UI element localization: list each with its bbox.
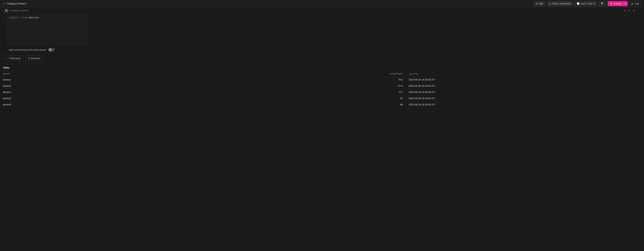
nav-right: ⊞ Split ⊟ Add to dashboard 🕐 Last 1 hour… [534, 1, 641, 6]
live-label: Live [635, 2, 639, 5]
code-line-1: 1 select * from devices [0, 15, 644, 45]
add-query-button[interactable]: + + Add query [3, 56, 24, 61]
trash-icon[interactable]: 🗑 [633, 9, 635, 12]
time-range-button[interactable]: 🕐 Last 1 hour ▾ [575, 1, 597, 6]
cell-device: device1 [0, 89, 245, 95]
cancel-label: Cancel [614, 2, 621, 5]
tab-filename: (Timeplus Proton) [10, 9, 28, 12]
toggle-area: Add current time as the first column [0, 46, 644, 54]
cell-temperature: 47.4 [245, 83, 406, 89]
table-title: Table [0, 64, 644, 71]
cancel-button[interactable]: ⚡ Cancel ▾ [608, 1, 628, 6]
time-label: Last 1 hour [581, 2, 592, 5]
bottom-buttons: + + Add query ℹ Inspector [0, 54, 644, 64]
nav-left: Timeplus Proton ▾ [3, 2, 28, 5]
cell-temperature: 79.3 [245, 77, 406, 83]
live-icon: ▶ [632, 2, 634, 5]
table-row: device2 25 2023-09-28 16:28:03.377 [0, 95, 644, 102]
split-button[interactable]: ⊞ Split [534, 1, 545, 6]
top-navigation: Timeplus Proton ▾ ⊞ Split ⊟ Add to dashb… [0, 0, 644, 7]
add-dashboard-label: Add to dashboard [552, 2, 571, 5]
sql-star: * [19, 16, 22, 19]
code-editor-wrapper: 1 select * from devices [0, 14, 644, 46]
column-header-device: device [0, 71, 245, 77]
tab-left: ◁ A (Timeplus Proton) [2, 9, 28, 12]
chevron-down-icon: ▾ [26, 2, 28, 4]
live-button[interactable]: ▶ Live [630, 1, 641, 6]
cell-device: device2 [0, 95, 245, 102]
sql-select: select [9, 16, 18, 19]
tab-right: ⧉ 👁 🗑 ⋮⋮ [624, 9, 642, 12]
collapse-icon[interactable]: ◁ [2, 9, 3, 12]
split-icon: ⊞ [536, 2, 538, 5]
line-number-1: 1 [2, 15, 7, 18]
search-button[interactable]: 🔍 [599, 1, 606, 6]
clock-icon: 🕐 [577, 2, 580, 5]
cell-device: device0 [0, 102, 245, 108]
cell-tp-time: 2023-09-28 16:28:03.377 [406, 89, 644, 95]
editor-tab-bar: ◁ A (Timeplus Proton) ⧉ 👁 🗑 ⋮⋮ [0, 7, 644, 14]
plus-icon: + [6, 57, 7, 60]
cell-temperature: 98 [245, 102, 406, 108]
cell-temperature: 25 [245, 95, 406, 102]
cancel-icon: ⚡ [610, 2, 613, 5]
toggle-label: Add current time as the first column [9, 48, 46, 51]
info-icon: ℹ [28, 57, 30, 60]
app-logo[interactable]: Timeplus Proton ▾ [3, 2, 28, 5]
copy-icon[interactable]: ⧉ [624, 9, 626, 12]
add-query-label: + Add query [8, 57, 21, 60]
dashboard-icon: ⊟ [549, 2, 551, 5]
tab-label[interactable]: A [4, 9, 8, 12]
split-label: Split [538, 2, 543, 5]
cell-tp-time: 2023-09-28 16:28:03.377 [406, 83, 644, 89]
app-name: Timeplus Proton [7, 2, 26, 5]
cancel-main: ⚡ Cancel [608, 2, 623, 6]
sql-from: from [22, 16, 28, 19]
view-icon[interactable]: 👁 [628, 9, 630, 12]
table-row: device1 79.3 2023-09-28 16:28:03.377 [0, 77, 644, 83]
logo-icon [3, 3, 6, 4]
editor-area: ◁ A (Timeplus Proton) ⧉ 👁 🗑 ⋮⋮ 1 select … [0, 7, 644, 64]
cell-device: device2 [0, 83, 245, 89]
table-header: device temperature _tp_time [0, 71, 644, 77]
column-header-tp-time: _tp_time [406, 71, 644, 77]
search-icon: 🔍 [601, 2, 604, 5]
column-header-temperature: temperature [245, 71, 406, 77]
more-options-icon[interactable]: ⋮⋮ [638, 9, 642, 12]
cell-tp-time: 2023-09-28 16:28:03.377 [406, 102, 644, 108]
cancel-arrow[interactable]: ▾ [624, 2, 628, 6]
table-row: device0 98 2023-09-28 16:28:03.377 [0, 102, 644, 108]
time-chevron-icon: ▾ [594, 2, 595, 5]
code-editor[interactable]: select * from devices [7, 15, 88, 45]
table-row: device2 47.4 2023-09-28 16:28:03.377 [0, 83, 644, 89]
toggle-switch[interactable] [48, 48, 55, 52]
sql-table: devices [29, 16, 39, 19]
cell-device: device1 [0, 77, 245, 83]
cell-tp-time: 2023-09-28 16:28:03.377 [406, 95, 644, 102]
cell-temperature: 73.7 [245, 89, 406, 95]
inspector-button[interactable]: ℹ Inspector [26, 56, 43, 61]
cell-tp-time: 2023-09-28 16:28:03.377 [406, 77, 644, 83]
header-row: device temperature _tp_time [0, 71, 644, 77]
add-to-dashboard-button[interactable]: ⊟ Add to dashboard [547, 1, 573, 6]
table-body: device1 79.3 2023-09-28 16:28:03.377 dev… [0, 77, 644, 108]
table-section: Table device temperature _tp_time device… [0, 64, 644, 108]
results-table: device temperature _tp_time device1 79.3… [0, 71, 644, 108]
inspector-label: Inspector [30, 57, 40, 60]
table-row: device1 73.7 2023-09-28 16:28:03.377 [0, 89, 644, 95]
